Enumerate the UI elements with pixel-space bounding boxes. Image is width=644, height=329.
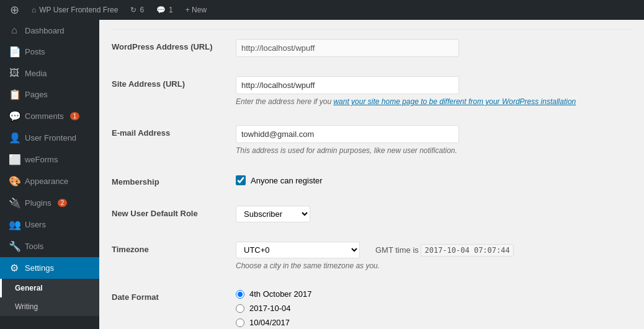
timezone-hint: Choose a city in the same timezone as yo… bbox=[236, 261, 632, 270]
comments-icon: 💬 bbox=[9, 110, 20, 122]
users-icon: 👥 bbox=[9, 219, 20, 230]
updates-icon: ↻ bbox=[130, 6, 136, 14]
sidebar-item-user-frontend[interactable]: 👤 User Frontend bbox=[0, 127, 99, 149]
adminbar-site-name[interactable]: ⌂ WP User Frontend Free bbox=[27, 0, 123, 20]
date-format-option-1[interactable]: 4th October 2017 bbox=[236, 289, 632, 299]
site-address-row: Site Address (URL) Enter the address her… bbox=[112, 67, 632, 116]
settings-content: WordPress Address (URL) Site Address (UR… bbox=[99, 20, 644, 329]
comments-badge: 1 bbox=[70, 112, 80, 120]
plugins-icon: 🔌 bbox=[9, 197, 20, 209]
gmt-time: 2017-10-04 07:07:44 bbox=[421, 244, 513, 257]
sidebar-item-general[interactable]: General bbox=[0, 279, 99, 297]
home-icon: ⌂ bbox=[32, 6, 36, 14]
date-format-options: 4th October 2017 2017-10-04 10/04/2017 bbox=[236, 289, 632, 327]
timezone-select[interactable]: UTC+0 UTC+1 UTC-1 UTC+5:30 bbox=[236, 242, 360, 258]
default-role-label: New User Default Role bbox=[112, 196, 236, 232]
sidebar-item-comments[interactable]: 💬 Comments 1 bbox=[0, 105, 99, 127]
date-format-radio-2[interactable] bbox=[236, 304, 244, 313]
posts-icon: 📄 bbox=[9, 46, 20, 58]
sidebar-item-writing[interactable]: Writing bbox=[0, 297, 99, 316]
membership-checkbox-label[interactable]: Anyone can register bbox=[236, 175, 632, 185]
site-address-hint-link[interactable]: want your site home page to be different… bbox=[333, 97, 576, 106]
email-address-input[interactable] bbox=[236, 125, 459, 143]
date-format-option-2[interactable]: 2017-10-04 bbox=[236, 304, 632, 313]
dashboard-icon: ⌂ bbox=[9, 25, 20, 36]
sidebar-item-weforms[interactable]: ⬜ weForms bbox=[0, 149, 99, 170]
gmt-display: GMT time is 2017-10-04 07:07:44 bbox=[375, 245, 514, 255]
plugins-badge: 2 bbox=[58, 199, 68, 207]
membership-row: Membership Anyone can register bbox=[112, 165, 632, 196]
date-format-radio-3[interactable] bbox=[236, 318, 244, 327]
sidebar-item-settings[interactable]: ⚙ Settings bbox=[0, 257, 99, 279]
site-address-label: Site Address (URL) bbox=[112, 67, 236, 116]
timezone-label: Timezone bbox=[112, 232, 236, 280]
wordpress-address-row: WordPress Address (URL) bbox=[112, 30, 632, 67]
date-format-radio-1[interactable] bbox=[236, 290, 244, 299]
default-role-row: New User Default Role Subscriber Contrib… bbox=[112, 196, 632, 232]
sidebar-item-appearance[interactable]: 🎨 Appearance bbox=[0, 170, 99, 192]
user-frontend-icon: 👤 bbox=[9, 132, 20, 144]
adminbar-new[interactable]: + New bbox=[181, 0, 212, 20]
pages-icon: 📋 bbox=[9, 89, 20, 100]
wordpress-address-label: WordPress Address (URL) bbox=[112, 30, 236, 67]
wp-logo-icon[interactable]: ⊕ bbox=[5, 3, 24, 17]
default-role-select[interactable]: Subscriber Contributor Author Editor Adm… bbox=[236, 206, 310, 222]
site-address-input[interactable] bbox=[236, 76, 459, 94]
adminbar-updates[interactable]: ↻ 6 bbox=[125, 0, 149, 20]
comments-icon: 💬 bbox=[156, 6, 166, 14]
email-address-row: E-mail Address This address is used for … bbox=[112, 116, 632, 165]
sidebar-item-dashboard[interactable]: ⌂ Dashboard bbox=[0, 20, 99, 41]
settings-form-table: WordPress Address (URL) Site Address (UR… bbox=[112, 29, 632, 329]
tools-icon: 🔧 bbox=[9, 240, 20, 252]
membership-label: Membership bbox=[112, 165, 236, 196]
sidebar-item-plugins[interactable]: 🔌 Plugins 2 bbox=[0, 192, 99, 214]
sidebar-item-posts[interactable]: 📄 Posts bbox=[0, 41, 99, 63]
sidebar-item-users[interactable]: 👥 Users bbox=[0, 214, 99, 235]
settings-submenu: General Writing bbox=[0, 279, 99, 316]
appearance-icon: 🎨 bbox=[9, 175, 20, 187]
sidebar-item-pages[interactable]: 📋 Pages bbox=[0, 84, 99, 105]
email-address-label: E-mail Address bbox=[112, 116, 236, 165]
date-format-row: Date Format 4th October 2017 2017-10-04 bbox=[112, 280, 632, 330]
main-content: WordPress Address (URL) Site Address (UR… bbox=[99, 0, 644, 329]
site-address-hint: Enter the address here if you want your … bbox=[236, 97, 632, 106]
sidebar-item-tools[interactable]: 🔧 Tools bbox=[0, 235, 99, 257]
weforms-icon: ⬜ bbox=[9, 154, 20, 165]
membership-checkbox[interactable] bbox=[236, 175, 246, 185]
sidebar: ⌂ Dashboard 📄 Posts 🖼 Media 📋 Pages 💬 Co… bbox=[0, 0, 99, 329]
media-icon: 🖼 bbox=[9, 68, 20, 79]
email-hint: This address is used for admin purposes,… bbox=[236, 146, 632, 155]
date-format-label: Date Format bbox=[112, 280, 236, 330]
timezone-row: Timezone UTC+0 UTC+1 UTC-1 UTC+5:30 GMT bbox=[112, 232, 632, 280]
wordpress-address-input[interactable] bbox=[236, 39, 459, 57]
sidebar-item-media[interactable]: 🖼 Media bbox=[0, 63, 99, 84]
date-format-option-3[interactable]: 10/04/2017 bbox=[236, 318, 632, 327]
admin-bar: ⊕ ⌂ WP User Frontend Free ↻ 6 💬 1 + New bbox=[0, 0, 644, 20]
settings-icon: ⚙ bbox=[9, 262, 20, 274]
adminbar-comments[interactable]: 💬 1 bbox=[151, 0, 178, 20]
